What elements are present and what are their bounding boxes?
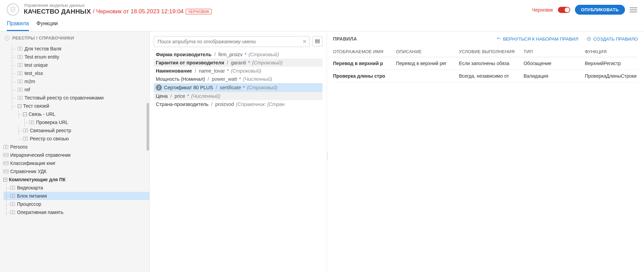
attr-row-selected[interactable]: 2 Сертификат 80 PLUS / sertificate * (Ст… bbox=[154, 83, 323, 92]
tree-collapse-icon[interactable]: − bbox=[3, 178, 7, 182]
tree-item[interactable]: Реестр со связью bbox=[3, 135, 149, 143]
attr-name: Наименование bbox=[156, 68, 192, 74]
link-label: СОЗДАТЬ ПРАВИЛО bbox=[593, 36, 638, 42]
tree-item[interactable]: Справочник УДК bbox=[3, 167, 149, 175]
tree-item[interactable]: Persons bbox=[3, 143, 149, 151]
tree-item[interactable]: test_xlsx bbox=[3, 69, 149, 77]
table-row[interactable]: Проверка длины стро Всегда, независимо о… bbox=[333, 70, 638, 82]
th-display-name[interactable]: ОТОБРАЖАЕМОЕ ИМЯ bbox=[333, 49, 396, 54]
header-titles: Управление моделью данных КАЧЕСТВО ДАННЫ… bbox=[24, 3, 212, 15]
tree-item[interactable]: Классификация книг bbox=[3, 159, 149, 167]
attr-row[interactable]: Мощность (Номинал) / power_watt * (Числе… bbox=[154, 75, 323, 83]
tree-label: Проверка URL bbox=[36, 120, 68, 125]
svg-rect-20 bbox=[4, 145, 6, 149]
svg-rect-10 bbox=[18, 88, 20, 91]
cell-display-name: Перевод в верхний р bbox=[333, 61, 396, 66]
svg-rect-23 bbox=[4, 161, 9, 165]
th-condition[interactable]: УСЛОВИЕ ВЫПОЛНЕНИЯ bbox=[459, 49, 524, 54]
entity-icon bbox=[3, 145, 9, 149]
attr-code: power_watt bbox=[212, 76, 237, 82]
page-header: Управление моделью данных КАЧЕСТВО ДАННЫ… bbox=[0, 0, 644, 16]
svg-rect-12 bbox=[18, 96, 20, 99]
tree-collapse-icon[interactable]: − bbox=[18, 104, 21, 108]
tab-rules[interactable]: Правила bbox=[7, 20, 29, 31]
tree-item[interactable]: Связанный реестр bbox=[3, 126, 149, 135]
tabs: Правила Функции bbox=[0, 16, 644, 31]
attr-type: (Строковый) bbox=[252, 60, 282, 65]
sidebar-scrollbar[interactable] bbox=[146, 45, 149, 272]
attr-code: name_tovar bbox=[199, 68, 225, 74]
attr-type: (Справочник: [Стран bbox=[236, 102, 285, 107]
header-left: Управление моделью данных КАЧЕСТВО ДАННЫ… bbox=[7, 3, 532, 16]
th-description[interactable]: ОПИСАНИЕ bbox=[396, 49, 459, 54]
tree-item[interactable]: m2m bbox=[3, 77, 149, 86]
attr-count-badge: 2 bbox=[156, 84, 162, 91]
tree-item[interactable]: Иерархический справочник bbox=[3, 151, 149, 159]
attr-row[interactable]: Страна-производитель / proizvod (Справоч… bbox=[154, 100, 323, 108]
clear-icon[interactable]: ✕ bbox=[302, 39, 307, 45]
tree-label: Иерархический справочник bbox=[10, 152, 71, 158]
back-chevron-icon[interactable]: ‹ bbox=[5, 36, 10, 41]
tree-item[interactable]: Видеокарта bbox=[3, 184, 149, 192]
attr-row[interactable]: Наименование / name_tovar * (Строковый) bbox=[154, 67, 323, 75]
table-row[interactable]: Перевод в верхний р Перевод в верхний ре… bbox=[333, 57, 638, 70]
tab-functions[interactable]: Функции bbox=[36, 20, 58, 31]
draft-toggle[interactable] bbox=[558, 7, 570, 13]
attr-row[interactable]: Цена / price * (Численный) bbox=[154, 92, 323, 100]
entity-icon bbox=[18, 63, 23, 67]
tree-item-parent-selected[interactable]: − Комплектующие для ПК bbox=[3, 175, 149, 184]
tree-item[interactable]: test unique bbox=[3, 61, 149, 69]
scrollbar-thumb[interactable] bbox=[147, 103, 149, 151]
entity-icon bbox=[18, 79, 23, 83]
attr-name: Гарантия от производителя bbox=[156, 60, 224, 65]
tree-item[interactable]: − Связь - URL bbox=[3, 110, 149, 118]
header-right: Черновик ОПУБЛИКОВАТЬ bbox=[532, 3, 637, 15]
tree-item[interactable]: Для тестов Валя bbox=[3, 45, 149, 53]
split-handle[interactable] bbox=[327, 152, 329, 159]
tree-item[interactable]: Оперативная память bbox=[3, 208, 149, 216]
svg-rect-3 bbox=[20, 55, 22, 59]
tree-item[interactable]: Процессор bbox=[3, 200, 149, 208]
create-rule-link[interactable]: СОЗДАТЬ ПРАВИЛО bbox=[587, 36, 638, 42]
cell-condition: Если заполнены обяза bbox=[459, 61, 524, 66]
tree-label: Тест связей bbox=[23, 103, 49, 109]
required-star: * bbox=[248, 60, 250, 65]
tree-item-selected[interactable]: Блок питания bbox=[3, 192, 149, 200]
svg-rect-7 bbox=[20, 72, 22, 75]
cell-function: ВерхнийРегистр bbox=[585, 61, 638, 66]
tree-label: Оперативная память bbox=[17, 210, 63, 215]
hamburger-icon[interactable] bbox=[630, 6, 637, 14]
svg-rect-26 bbox=[13, 186, 15, 189]
search-wrap: ✕ bbox=[154, 36, 310, 47]
undo-icon bbox=[496, 36, 501, 41]
sidebar-header: ‹ РЕЕСТРЫ / СПРАВОЧНИКИ bbox=[0, 31, 149, 45]
tree-collapse-icon[interactable]: − bbox=[23, 112, 27, 116]
tree-label: m2m bbox=[24, 79, 35, 84]
back-to-rulesets-link[interactable]: ВЕРНУТЬСЯ К НАБОРАМ ПРАВИЛ bbox=[496, 36, 578, 42]
th-function[interactable]: ФУНКЦИЯ bbox=[585, 49, 638, 54]
tree-item[interactable]: Тестовый реестр со справочниками bbox=[3, 94, 149, 102]
attr-name: Мощность (Номинал) bbox=[156, 76, 205, 82]
tree-item[interactable]: Проверка URL bbox=[3, 118, 149, 126]
entity-icon bbox=[18, 71, 23, 75]
tree-item[interactable]: Test enum entity bbox=[3, 53, 149, 61]
publish-button[interactable]: ОПУБЛИКОВАТЬ bbox=[575, 5, 625, 15]
tree-item[interactable]: − Тест связей bbox=[3, 102, 149, 110]
search-input[interactable] bbox=[154, 36, 310, 47]
attr-code: proizvod bbox=[215, 102, 234, 107]
attr-row[interactable]: Фирма производитель / firm_proizv * (Стр… bbox=[154, 50, 323, 59]
tree-label: Классификация книг bbox=[10, 160, 56, 166]
svg-rect-1 bbox=[20, 47, 22, 50]
attr-type: (Численный) bbox=[191, 93, 220, 99]
th-type[interactable]: ТИП bbox=[524, 49, 585, 54]
required-star: * bbox=[227, 68, 229, 74]
attr-row[interactable]: Гарантия от производителя / garanti * (С… bbox=[154, 59, 323, 67]
tree-item[interactable]: ref bbox=[3, 86, 149, 94]
cell-description bbox=[396, 73, 459, 79]
svg-rect-5 bbox=[20, 63, 22, 67]
svg-rect-32 bbox=[13, 211, 15, 214]
list-view-button[interactable] bbox=[312, 36, 323, 46]
svg-rect-24 bbox=[4, 170, 9, 173]
svg-rect-22 bbox=[4, 153, 9, 157]
attr-sep: / bbox=[195, 68, 196, 74]
